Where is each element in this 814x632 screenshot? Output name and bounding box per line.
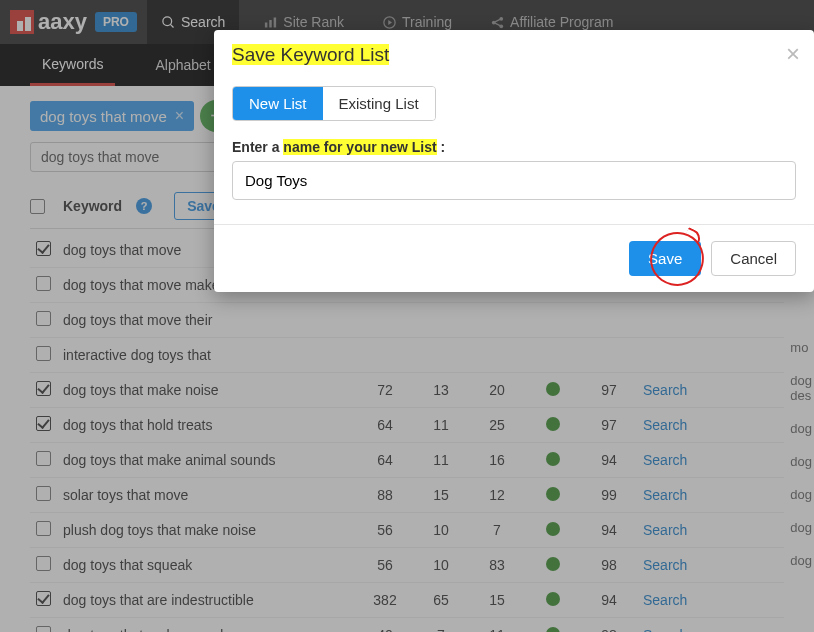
list-type-tabs: New List Existing List [232, 86, 436, 121]
modal-title: Save Keyword List [214, 30, 814, 80]
modal-close-button[interactable]: × [786, 40, 800, 68]
save-button[interactable]: Save [629, 241, 701, 276]
list-name-label: Enter a name for your new List : [232, 139, 796, 155]
modal-body: New List Existing List Enter a name for … [214, 80, 814, 224]
modal-footer: Save Cancel [214, 224, 814, 292]
label-hl: name for your new List [283, 139, 436, 155]
modal-title-text: Save Keyword List [232, 44, 389, 65]
label-pre: Enter a [232, 139, 283, 155]
list-name-input[interactable] [232, 161, 796, 200]
tab-existing-list[interactable]: Existing List [323, 87, 435, 120]
save-list-modal: × Save Keyword List New List Existing Li… [214, 30, 814, 292]
label-post: : [437, 139, 446, 155]
cancel-button[interactable]: Cancel [711, 241, 796, 276]
tab-new-list[interactable]: New List [233, 87, 323, 120]
